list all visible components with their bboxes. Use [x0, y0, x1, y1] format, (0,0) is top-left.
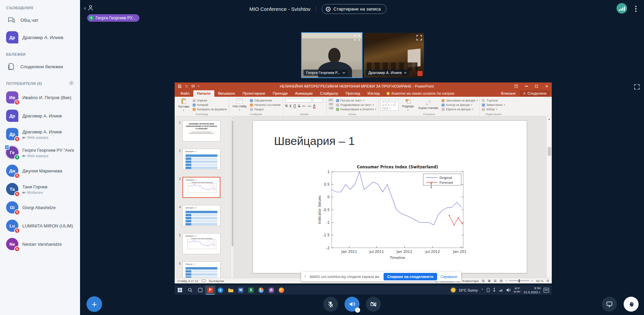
share-camera-button[interactable]	[366, 297, 381, 312]
comments-toggle[interactable]: Коментари	[463, 279, 479, 283]
zoom-slider[interactable]: −+	[506, 279, 533, 283]
webcam-name-label[interactable]: Георги Георгиев Р...	[304, 70, 348, 76]
presentation-fullscreen-icon[interactable]	[633, 84, 640, 90]
user-list-item[interactable]: LuLUMINITA MIRON (ULIM)	[0, 217, 80, 235]
taskbar-explorer[interactable]	[226, 285, 236, 295]
proofing-language[interactable]: български	[209, 279, 224, 283]
ppt-tab-0[interactable]: Файл	[177, 90, 193, 97]
restore-button[interactable]	[531, 82, 542, 90]
webcam-tile-dragomir[interactable]: Драгомир А. Илиев	[363, 32, 425, 78]
slide-thumbnail-3[interactable]: 3Швейцария – 1Consumer Prices Index (Swi…	[177, 177, 229, 198]
ppt-tab-5[interactable]: Анимации	[291, 90, 316, 97]
drag-handle-icon[interactable]: ‖	[305, 275, 306, 278]
user-list-item[interactable]: GiGiorgi Abashidze	[0, 198, 80, 217]
task-view-button[interactable]	[195, 285, 205, 295]
slide-thumbnail-6[interactable]: 6Норвегия – 1	[177, 261, 229, 278]
speaker-icon[interactable]	[506, 288, 511, 292]
normal-view-icon[interactable]: ▤	[482, 279, 485, 282]
network-icon[interactable]	[499, 288, 503, 292]
mute-microphone-button[interactable]	[323, 297, 338, 312]
minimize-button[interactable]	[521, 82, 531, 90]
align-right-icon[interactable]	[329, 107, 333, 110]
font-name-combobox[interactable]	[285, 98, 312, 103]
close-button[interactable]: ✕	[542, 82, 552, 90]
slide-thumbnail-5[interactable]: 5Швейцария – 2Consumer Prices Index (Swi…	[177, 233, 229, 254]
slide-thumbnail-1[interactable]: 1НЕЛИНЕЙНИ АВТОРЕГРЕСИВНИ НЕВРОННИ МРЕЖИ…	[177, 121, 229, 142]
connection-status-icon[interactable]	[617, 3, 627, 14]
shape-effects-button[interactable]: Ефекти на фигура▾	[442, 108, 477, 111]
thumbnails-scrollbar[interactable]: ▲	[231, 116, 234, 278]
hide-toast-link[interactable]: Скриване	[441, 275, 457, 279]
smartart-button[interactable]: Конвертиране в SmartArt▾	[336, 108, 376, 111]
slide-thumbnail-2[interactable]: 2Швейцария – 1	[177, 149, 229, 170]
ppt-tab-4[interactable]: Преходи	[269, 90, 291, 97]
user-list-item[interactable]: ГеГеорги Георгиев РУ "Ангел Кънч...Web к…	[0, 143, 80, 162]
start-recording-button[interactable]: Стартиране на записа	[321, 4, 386, 14]
expand-icon[interactable]	[416, 35, 422, 41]
ppt-tab-8[interactable]: Изглед	[364, 90, 383, 97]
italic-button[interactable]: К	[290, 104, 292, 108]
slideshow-icon[interactable]: ▧	[500, 279, 503, 282]
font-color-button[interactable]: A	[313, 104, 315, 108]
user-list-item[interactable]: ДжДжулия Маринчева	[0, 162, 80, 180]
actions-plus-button[interactable]: +	[86, 296, 102, 312]
arrange-button[interactable]: Подреди▾	[401, 98, 415, 112]
slide-chart[interactable]: 10.50-0.5-1-1.5-2Jan 2011Jul 2011Jan 201…	[317, 164, 466, 263]
quick-styles-button[interactable]: Бързи стилове	[417, 98, 440, 112]
text-direction-button[interactable]: Посока на текст▾	[336, 99, 376, 102]
start-button[interactable]	[175, 285, 185, 295]
reset-button[interactable]: Начално състояние	[250, 103, 281, 107]
audio-device-badge[interactable]: ✓	[355, 308, 360, 313]
weather-label[interactable]: 16°C Sunny	[458, 288, 477, 292]
taskbar-edge[interactable]: e	[215, 285, 226, 295]
new-slide-button[interactable]: Нов слайд▾	[231, 98, 248, 112]
raise-hand-button[interactable]	[624, 297, 639, 312]
taskbar-powerpoint[interactable]: P	[205, 285, 215, 295]
taskbar-viber[interactable]: ✆	[266, 285, 276, 295]
slide-canvas[interactable]: Швейцария – 1 10.50-0.5-1-1.5-2Jan 2011J…	[253, 121, 527, 273]
shape-fill-button[interactable]: Запълване на фигура▾	[442, 99, 477, 102]
format-painter-button[interactable]: Копиране на формати	[193, 108, 227, 111]
user-list-item[interactable]: ДрДрагомир А. Илиев	[0, 107, 80, 125]
char-spacing-button[interactable]: AV	[302, 105, 306, 108]
private-chat-item[interactable]: Др Драгомир А. Илиев	[0, 28, 80, 47]
ppt-tab-7[interactable]: Преглед	[342, 90, 364, 97]
ppt-tab-6[interactable]: Слайдшоу	[316, 90, 342, 97]
zoom-level[interactable]: 66 %	[536, 279, 544, 283]
underline-button[interactable]: П	[293, 104, 296, 108]
ppt-titlebar[interactable]: ▾ НЕЛИНЕЙНИ АВТОРЕГРЕСИВНИ НЕВРОННИ МРЕЖ…	[175, 82, 552, 90]
options-menu-button[interactable]	[633, 4, 639, 13]
taskbar-chrome[interactable]	[256, 285, 266, 295]
fit-slide-icon[interactable]: ⊞	[546, 279, 549, 282]
user-list-item[interactable]: NeNestan Varshanidze	[0, 235, 80, 253]
taskbar-firefox[interactable]	[276, 285, 287, 295]
ppt-tab-3[interactable]: Проектиране	[239, 90, 269, 97]
user-list-item[interactable]: ДрДрагомир А. ИлиевWeb камера	[0, 125, 80, 143]
share-button[interactable]: Споделяне	[520, 90, 550, 97]
toggle-userlist-button[interactable]: ‹	[84, 4, 94, 12]
user-list-item[interactable]: ИвИвайло И. Петров (Вие)	[0, 88, 80, 107]
weather-icon[interactable]	[451, 288, 455, 292]
public-chat-item[interactable]: Общ чат	[0, 12, 80, 28]
webcam-tile-georgi[interactable]: Георги Георгиев Р...	[301, 32, 363, 78]
select-button[interactable]: Избор▾	[482, 108, 505, 111]
align-text-button[interactable]: Подравняване на текст▾	[336, 103, 376, 107]
user-list-item[interactable]: ТаТаня ГорчевМобилен	[0, 180, 80, 198]
taskbar-word[interactable]: W	[236, 285, 246, 295]
align-center-icon[interactable]	[329, 103, 333, 106]
search-button[interactable]	[185, 285, 195, 295]
action-center-icon[interactable]	[544, 288, 549, 293]
copy-button[interactable]: Копирай	[193, 103, 227, 107]
ribbon-display-button[interactable]	[511, 82, 521, 90]
clock[interactable]: 9:3421.5.2022 г.	[524, 286, 541, 294]
taskbar-excel[interactable]: X	[246, 285, 256, 295]
find-button[interactable]: Търсене	[482, 99, 505, 102]
active-talker-badge[interactable]: Георги Георгиев РУ...	[87, 14, 139, 22]
align-left-icon[interactable]	[329, 99, 333, 101]
paste-button[interactable]: Постави▾	[177, 98, 191, 112]
cut-button[interactable]: Изрежи	[193, 99, 227, 102]
sign-in-button[interactable]: Влизане	[498, 90, 519, 97]
device-icon[interactable]	[487, 288, 490, 292]
shared-notes-item[interactable]: Споделени бележки	[0, 58, 80, 75]
change-case-button[interactable]: Aa	[308, 105, 311, 108]
